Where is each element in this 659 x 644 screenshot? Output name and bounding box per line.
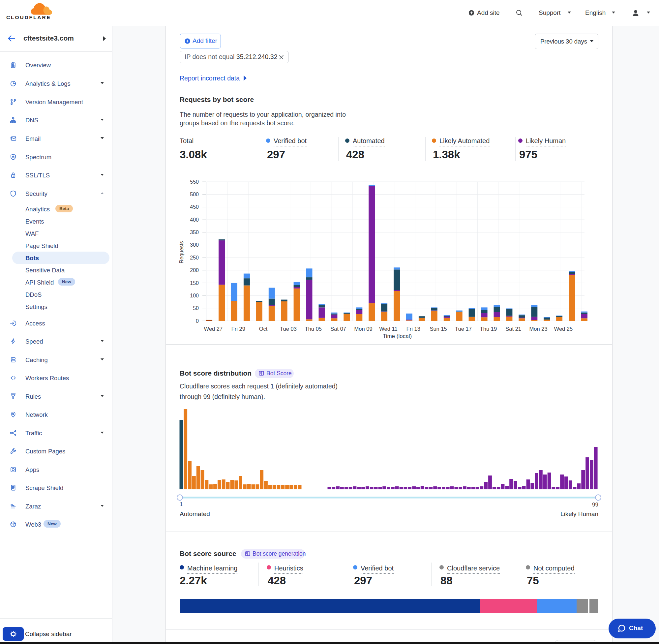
svg-text:Oct: Oct — [259, 326, 268, 332]
svg-text:50: 50 — [193, 305, 199, 311]
svg-text:Wed 27: Wed 27 — [204, 326, 223, 332]
svg-text:550: 550 — [190, 179, 199, 185]
svg-text:Thu 19: Thu 19 — [480, 326, 497, 332]
svg-text:Time (local): Time (local) — [383, 333, 412, 339]
svg-text:150: 150 — [190, 280, 199, 286]
svg-text:Mon 09: Mon 09 — [354, 326, 373, 332]
svg-text:Tue 03: Tue 03 — [280, 326, 297, 332]
svg-text:Fri 13: Fri 13 — [406, 326, 420, 332]
svg-text:Requests: Requests — [179, 241, 184, 263]
svg-text:Fri 29: Fri 29 — [231, 326, 245, 332]
svg-text:500: 500 — [190, 191, 199, 197]
svg-text:Thu 05: Thu 05 — [305, 326, 322, 332]
svg-text:300: 300 — [190, 242, 199, 248]
svg-text:350: 350 — [190, 230, 199, 235]
svg-text:Tue 17: Tue 17 — [455, 326, 472, 332]
svg-text:100: 100 — [190, 293, 199, 298]
svg-text:200: 200 — [190, 268, 199, 273]
svg-text:Sun 15: Sun 15 — [429, 326, 447, 332]
svg-text:Mon 23: Mon 23 — [529, 326, 547, 332]
svg-text:Sat 21: Sat 21 — [505, 326, 521, 332]
svg-text:450: 450 — [190, 204, 199, 210]
svg-text:Sat 07: Sat 07 — [330, 326, 346, 332]
svg-text:Wed 25: Wed 25 — [554, 326, 573, 332]
svg-text:400: 400 — [190, 217, 199, 223]
svg-text:Wed 11: Wed 11 — [379, 326, 397, 332]
svg-text:250: 250 — [190, 255, 199, 260]
svg-text:0: 0 — [196, 318, 199, 324]
